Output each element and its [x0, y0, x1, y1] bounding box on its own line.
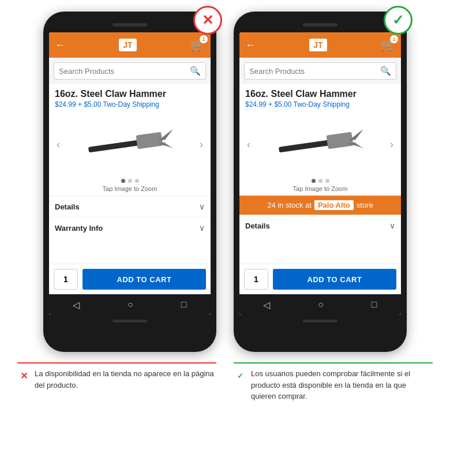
search-icon-good: 🔍 [380, 66, 391, 76]
back-arrow-bad[interactable]: ← [55, 39, 65, 51]
add-to-cart-button-good[interactable]: ADD TO CART [273, 269, 396, 290]
logo-bad: JT [119, 39, 136, 51]
nav-recent-good[interactable]: □ [372, 299, 377, 310]
details-chevron-bad: ∨ [199, 202, 205, 211]
details-label-bad: Details [55, 203, 80, 211]
carousel-dots-bad [49, 177, 211, 184]
phone-bottom-bar-bad [112, 320, 147, 323]
bad-example-wrapper: ✕ ← JT 🛒 1 🔍 16oz. St [43, 12, 216, 352]
speaker-good [303, 23, 337, 27]
zoom-hint-good: Tap Image to Zoom [239, 184, 401, 196]
phone-bottom-bar-good [303, 320, 337, 323]
app-header-bad: ← JT 🛒 1 [49, 32, 211, 58]
warranty-accordion-bad[interactable]: Warranty Info ∨ [49, 217, 211, 238]
search-bar-bad[interactable]: 🔍 [54, 62, 206, 80]
product-title-good: 16oz. Steel Claw Hammer [239, 84, 401, 100]
stock-location: Palo Alto [314, 200, 354, 210]
stock-banner-good: 24 in stock at Palo Alto store [239, 196, 401, 215]
details-accordion-good[interactable]: Details ∨ [239, 215, 401, 236]
nav-bar-bad: ◁ ○ □ [49, 294, 211, 315]
zoom-hint-bad: Tap Image to Zoom [49, 184, 211, 196]
product-price-good: $24.99 + $5.00 Two-Day Shipping [239, 100, 401, 112]
product-area-good: 16oz. Steel Claw Hammer $24.99 + $5.00 T… [239, 84, 401, 264]
app-header-good: ← JT 🛒 1 [239, 32, 401, 58]
warranty-chevron-bad: ∨ [199, 223, 205, 233]
caption-check-icon: ✓ [234, 369, 246, 382]
dot-2-good [318, 179, 322, 183]
carousel-prev-good[interactable]: ‹ [242, 132, 256, 157]
dot-1-bad [121, 179, 125, 183]
carousel-next-bad[interactable]: › [194, 132, 208, 157]
quantity-input-good[interactable] [244, 269, 268, 290]
carousel-bad: ‹ [49, 112, 211, 177]
caption-x-icon: ✕ [17, 369, 30, 382]
logo-good: JT [309, 39, 327, 51]
cart-icon-bad[interactable]: 🛒 1 [190, 38, 205, 52]
stock-text-prefix: 24 in stock at [267, 201, 312, 209]
nav-back-bad[interactable]: ◁ [73, 299, 80, 310]
bottom-bar-good: ADD TO CART [239, 264, 401, 294]
back-arrow-good[interactable]: ← [245, 39, 256, 51]
carousel-good: ‹ › [239, 112, 401, 177]
carousel-dots-good [239, 177, 401, 184]
hammer-svg-good [274, 121, 366, 167]
carousel-prev-bad[interactable]: ‹ [51, 132, 65, 157]
notch-good [239, 20, 401, 30]
dot-3-bad [135, 179, 139, 183]
screen-bad: ← JT 🛒 1 🔍 16oz. Steel Claw Hammer $24.9… [49, 32, 211, 315]
phone-bad: ✕ ← JT 🛒 1 🔍 16oz. St [43, 12, 216, 352]
screen-good: ← JT 🛒 1 🔍 16oz. Steel Claw Hammer $24.9… [239, 32, 401, 315]
good-example-wrapper: ✓ ← JT 🛒 1 🔍 16oz. St [234, 12, 407, 352]
caption-bad: ✕ La disponibilidad en la tienda no apar… [17, 362, 216, 402]
phones-comparison: ✕ ← JT 🛒 1 🔍 16oz. St [6, 12, 444, 352]
product-title-bad: 16oz. Steel Claw Hammer [49, 84, 211, 100]
phone-good: ✓ ← JT 🛒 1 🔍 16oz. St [234, 12, 407, 352]
nav-back-good[interactable]: ◁ [263, 299, 270, 310]
details-accordion-bad[interactable]: Details ∨ [49, 196, 211, 217]
search-icon-bad: 🔍 [190, 66, 201, 76]
caption-good-text: Los usuarios pueden comprobar fácilmente… [251, 368, 433, 402]
cart-icon-good[interactable]: 🛒 1 [381, 38, 395, 52]
dot-1-good [312, 179, 316, 183]
captions-row: ✕ La disponibilidad en la tienda no apar… [6, 362, 444, 402]
product-price-bad: $24.99 + $5.00 Two-Day Shipping [49, 100, 211, 112]
product-area-bad: 16oz. Steel Claw Hammer $24.99 + $5.00 T… [49, 84, 211, 264]
cart-badge-good: 1 [390, 35, 398, 43]
dot-3-good [325, 179, 329, 183]
search-input-good[interactable] [249, 67, 380, 76]
search-bar-good[interactable]: 🔍 [244, 62, 396, 80]
nav-bar-good: ◁ ○ □ [239, 294, 401, 315]
carousel-next-good[interactable]: › [385, 132, 399, 157]
bad-badge: ✕ [193, 6, 222, 35]
warranty-label-bad: Warranty Info [55, 224, 103, 233]
nav-recent-bad[interactable]: □ [181, 299, 187, 310]
cart-badge-bad: 1 [200, 35, 208, 43]
caption-good: ✓ Los usuarios pueden comprobar fácilmen… [234, 362, 433, 402]
details-label-good: Details [245, 222, 270, 230]
hammer-svg-bad [84, 121, 176, 167]
bottom-bar-bad: ADD TO CART [49, 264, 211, 294]
good-badge: ✓ [384, 6, 412, 35]
details-chevron-good: ∨ [389, 221, 395, 230]
notch-bad [49, 20, 211, 30]
speaker-bad [112, 23, 147, 27]
add-to-cart-button-bad[interactable]: ADD TO CART [82, 269, 206, 290]
quantity-input-bad[interactable] [54, 269, 78, 290]
carousel-image-good [256, 115, 385, 173]
stock-text-suffix: store [357, 201, 373, 209]
caption-bad-text: La disponibilidad en la tienda no aparec… [35, 368, 216, 391]
search-input-bad[interactable] [59, 67, 190, 76]
carousel-image-bad [65, 115, 194, 173]
nav-home-good[interactable]: ○ [318, 299, 324, 310]
nav-home-bad[interactable]: ○ [127, 299, 133, 310]
dot-2-bad [128, 179, 132, 183]
